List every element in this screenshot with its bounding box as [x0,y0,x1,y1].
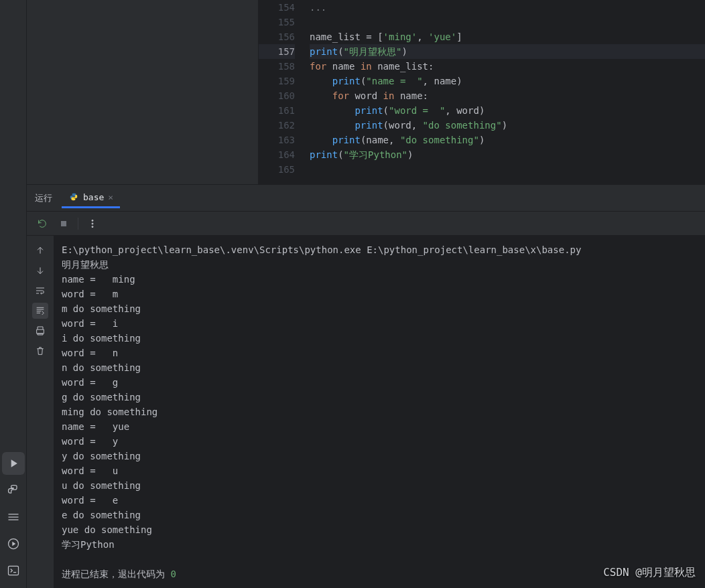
terminal-icon[interactable] [2,559,25,582]
trash-icon[interactable] [32,343,48,359]
code-line[interactable]: for name in name_list: [310,59,705,74]
svg-rect-1 [8,566,18,575]
line-number: 156 [259,29,295,44]
svg-point-4 [92,223,93,224]
services-icon[interactable] [2,506,25,528]
code-line[interactable]: for word in name: [310,88,705,103]
code-editor[interactable]: 154155156157158159160161162163164165 ...… [259,0,705,184]
python-file-icon [68,192,79,202]
run-title: 运行 [35,192,52,204]
line-number: 158 [259,59,295,74]
code-line[interactable]: print("学习Python") [310,147,705,162]
code-line[interactable] [310,162,705,177]
line-number: 157 [259,44,295,59]
run-toolbar [27,212,705,236]
console-area: E:\python_project\learn_base\.venv\Scrip… [27,236,705,588]
exit-status-line: 进程已结束，退出代码为 0 [62,567,697,581]
scroll-to-end-icon[interactable] [32,303,48,319]
soft-wrap-icon[interactable] [32,283,48,299]
main-column: 154155156157158159160161162163164165 ...… [27,0,705,588]
svg-point-3 [92,220,93,221]
code-line[interactable]: print("name = ", name) [310,74,705,88]
line-number: 155 [259,15,295,29]
line-number: 162 [259,118,295,133]
line-number: 161 [259,103,295,118]
run-tool-icon[interactable] [2,452,25,475]
close-icon[interactable]: × [108,192,113,202]
code-line[interactable] [310,15,705,29]
code-line[interactable]: print(word, "do something") [310,118,705,133]
line-number: 154 [259,0,295,15]
line-number: 165 [259,162,295,177]
line-number: 163 [259,133,295,147]
project-panel[interactable] [27,0,259,184]
rerun-icon[interactable] [35,216,50,231]
code-line[interactable]: name_list = ['ming', 'yue'] [310,29,705,44]
code-line[interactable]: ... [310,0,705,15]
left-tool-rail [0,0,27,588]
code-lines[interactable]: ...name_list = ['ming', 'yue']print("明月望… [307,0,705,184]
svg-rect-2 [61,221,66,226]
run-tab-label: base [83,192,104,202]
print-icon[interactable] [32,323,48,339]
watermark: CSDN @明月望秋思 [603,566,696,580]
line-number: 160 [259,88,295,103]
line-number: 164 [259,147,295,162]
more-icon[interactable] [85,216,100,231]
code-line[interactable]: print("明月望秋思") [310,44,705,59]
debug-icon[interactable] [2,532,25,555]
console-output[interactable]: E:\python_project\learn_base\.venv\Scrip… [54,236,705,588]
svg-point-5 [92,226,93,227]
run-panel: 运行 base × [27,185,705,588]
line-number: 159 [259,74,295,88]
editor-area: 154155156157158159160161162163164165 ...… [27,0,705,185]
console-gutter [27,236,54,588]
code-line[interactable]: print("word = ", word) [310,103,705,118]
down-arrow-icon[interactable] [32,263,48,279]
up-arrow-icon[interactable] [32,242,48,259]
run-tabs-bar: 运行 base × [27,185,705,212]
stop-icon[interactable] [56,216,71,231]
run-tab-base[interactable]: base × [62,188,120,208]
code-line[interactable]: print(name, "do something") [310,133,705,147]
toolbar-divider [78,218,78,230]
python-console-icon[interactable] [2,479,25,502]
line-number-gutter: 154155156157158159160161162163164165 [259,0,307,184]
